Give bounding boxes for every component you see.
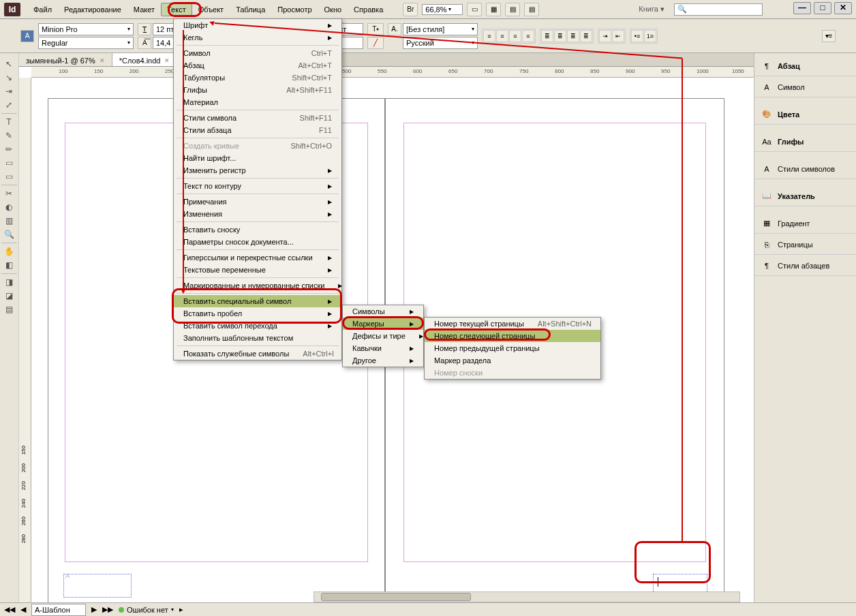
tool-button[interactable]: 🔍 bbox=[1, 228, 16, 241]
tool-button[interactable]: ▤ bbox=[1, 303, 16, 316]
menu-файл[interactable]: Файл bbox=[27, 3, 58, 16]
tool-button[interactable]: ▭ bbox=[1, 170, 16, 183]
tool-button[interactable]: ✋ bbox=[1, 245, 16, 258]
menu-item[interactable]: Маркеры▶ bbox=[343, 318, 423, 330]
menu-item[interactable]: Кегль▶ bbox=[174, 31, 341, 44]
tool-button[interactable]: ▥ bbox=[1, 214, 16, 228]
menu-item[interactable]: Примечания▶ bbox=[174, 196, 341, 208]
bridge-icon[interactable]: Br bbox=[403, 3, 418, 16]
align-buttons[interactable]: ≡≡≡≡ bbox=[482, 29, 536, 44]
menu-item[interactable]: Текст по контуру▶ bbox=[174, 180, 341, 192]
menu-item[interactable]: Стили символаShift+F11 bbox=[174, 112, 341, 124]
menu-item[interactable]: Стили абзацаF11 bbox=[174, 124, 341, 136]
menu-item[interactable]: Номер текущей страницыAlt+Shift+Ctrl+N bbox=[425, 318, 600, 330]
menu-item[interactable]: Изменения▶ bbox=[174, 208, 341, 220]
list-buttons[interactable]: •≡1≡ bbox=[630, 29, 658, 44]
close-icon[interactable]: ✕ bbox=[164, 57, 170, 64]
char-style-select[interactable]: [Без стиля]▾ bbox=[403, 23, 478, 35]
close-button[interactable]: ✕ bbox=[834, 2, 852, 14]
panel-Символ[interactable]: AСимвол bbox=[754, 77, 856, 97]
font-style-input[interactable]: Regular▾ bbox=[38, 37, 134, 49]
panel-Градиент[interactable]: ▦Градиент bbox=[754, 213, 856, 234]
menu-справка[interactable]: Справка bbox=[348, 3, 389, 16]
menu-item[interactable]: Вставить сноску bbox=[174, 224, 341, 236]
zoom-select[interactable]: 66,8%▾ bbox=[422, 4, 463, 15]
spacing-buttons[interactable]: ⇥⇤ bbox=[598, 29, 626, 44]
page-nav-prev1[interactable]: ◀ bbox=[20, 605, 26, 614]
tool-button[interactable]: ✂ bbox=[1, 187, 16, 200]
menu-item[interactable]: Вставить специальный символ▶ bbox=[174, 295, 341, 307]
panel-Стили абзацев[interactable]: ¶Стили абзацев bbox=[754, 256, 856, 276]
maximize-button[interactable]: □ bbox=[814, 2, 831, 14]
justify-buttons[interactable]: ≣≣≣≣ bbox=[540, 29, 594, 44]
menu-объект[interactable]: Объект bbox=[192, 3, 230, 16]
horizontal-scrollbar[interactable] bbox=[314, 591, 740, 602]
menu-item[interactable]: Вставить пробел▶ bbox=[174, 307, 341, 320]
char-mode-icon[interactable]: A bbox=[20, 30, 34, 42]
screen-mode-icon[interactable]: ▭ bbox=[467, 3, 482, 16]
workspace-label[interactable]: Книга ▾ bbox=[639, 5, 664, 14]
page-select[interactable]: А-Шаблон bbox=[31, 604, 86, 616]
tool-button[interactable]: ◨ bbox=[1, 275, 16, 289]
page-nav-prev[interactable]: ◀◀ bbox=[4, 605, 15, 614]
tool-button[interactable]: ⤢ bbox=[1, 98, 16, 112]
tool-button[interactable]: ✎ bbox=[1, 129, 16, 142]
menu-макет[interactable]: Макет bbox=[127, 3, 161, 16]
menu-item[interactable]: Номер следующей страницы bbox=[425, 330, 600, 342]
preflight-status[interactable]: Ошибок нет▾ bbox=[119, 606, 174, 614]
stroke-icon[interactable]: ╱ bbox=[367, 37, 384, 49]
menu-item[interactable]: Найти шрифт... bbox=[174, 152, 341, 164]
menu-item[interactable]: Символы▶ bbox=[343, 305, 423, 318]
close-icon[interactable]: ✕ bbox=[100, 57, 105, 64]
tool-button[interactable]: ✏ bbox=[1, 142, 16, 156]
menu-item[interactable]: Вставить символ перехода▶ bbox=[174, 320, 341, 332]
panel-Страницы[interactable]: ⎘Страницы bbox=[754, 234, 856, 255]
document-tab[interactable]: *Слов4.indd✕ bbox=[112, 53, 178, 66]
menu-текст[interactable]: Текст bbox=[161, 3, 192, 16]
page-nav-next[interactable]: ▶▶ bbox=[102, 605, 113, 614]
panel-Указатель[interactable]: 📖Указатель bbox=[754, 186, 856, 206]
menu-item[interactable]: Показать служебные символыAlt+Ctrl+I bbox=[174, 348, 341, 360]
font-family-input[interactable]: Minion Pro▾ bbox=[38, 23, 134, 35]
panel-Цвета[interactable]: 🎨Цвета bbox=[754, 104, 856, 125]
menu-item[interactable]: Номер предыдущей страницы bbox=[425, 342, 600, 354]
arrange-icon[interactable]: ▤ bbox=[505, 3, 520, 16]
menu-item[interactable]: ГлифыAlt+Shift+F11 bbox=[174, 84, 341, 96]
page-nav-next1[interactable]: ▶ bbox=[91, 605, 97, 614]
arrange2-icon[interactable]: ▤ bbox=[524, 3, 539, 16]
menu-item[interactable]: Кавычки▶ bbox=[343, 342, 423, 354]
view-icon[interactable]: ▦ bbox=[486, 3, 501, 16]
menu-item[interactable]: Дефисы и тире▶ bbox=[343, 330, 423, 342]
menu-item[interactable]: Маркированные и нумерованные списки▶ bbox=[174, 279, 341, 292]
language-select[interactable]: Русский▾ bbox=[403, 37, 478, 49]
menu-item[interactable]: СимволCtrl+T bbox=[174, 47, 341, 59]
menu-item[interactable]: Маркер раздела bbox=[425, 354, 600, 367]
tool-button[interactable]: ↖ bbox=[1, 57, 16, 71]
menu-таблица[interactable]: Таблица bbox=[230, 3, 271, 16]
menu-просмотр[interactable]: Просмотр bbox=[271, 3, 318, 16]
menu-окно[interactable]: Окно bbox=[318, 3, 348, 16]
panel-Стили символов[interactable]: AСтили символов bbox=[754, 159, 856, 179]
document-tab[interactable]: зымянный-1 @ 67%✕ bbox=[19, 53, 112, 66]
menu-item[interactable]: Шрифт▶ bbox=[174, 19, 341, 31]
menu-item[interactable]: Изменить регистр▶ bbox=[174, 164, 341, 176]
text-box[interactable]: A bbox=[63, 574, 132, 598]
menu-item[interactable]: Материал bbox=[174, 96, 341, 108]
menu-item[interactable]: Заполнить шаблонным текстом bbox=[174, 332, 341, 344]
menu-редактирование[interactable]: Редактирование bbox=[58, 3, 127, 16]
menu-item[interactable]: Гиперссылки и перекрестные ссылки▶ bbox=[174, 251, 341, 264]
tool-button[interactable]: ◪ bbox=[1, 289, 16, 303]
tool-button[interactable]: ◧ bbox=[1, 258, 16, 272]
minimize-button[interactable]: — bbox=[793, 2, 811, 14]
menu-item[interactable]: Текстовые переменные▶ bbox=[174, 264, 341, 276]
menu-item[interactable]: Другое▶ bbox=[343, 354, 423, 367]
menu-item[interactable]: Параметры сносок документа... bbox=[174, 236, 341, 248]
status-menu-icon[interactable]: ▸ bbox=[179, 605, 183, 614]
panel-Глифы[interactable]: AaГлифы bbox=[754, 132, 856, 152]
tool-button[interactable]: ⇥ bbox=[1, 84, 16, 98]
menu-item[interactable]: АбзацAlt+Ctrl+T bbox=[174, 59, 341, 72]
tool-button[interactable]: ◐ bbox=[1, 200, 16, 214]
panel-menu-icon[interactable]: ▾≡ bbox=[822, 30, 836, 42]
menu-item[interactable]: ТабуляторыShift+Ctrl+T bbox=[174, 72, 341, 84]
fill-icon[interactable]: T▪ bbox=[367, 23, 384, 35]
